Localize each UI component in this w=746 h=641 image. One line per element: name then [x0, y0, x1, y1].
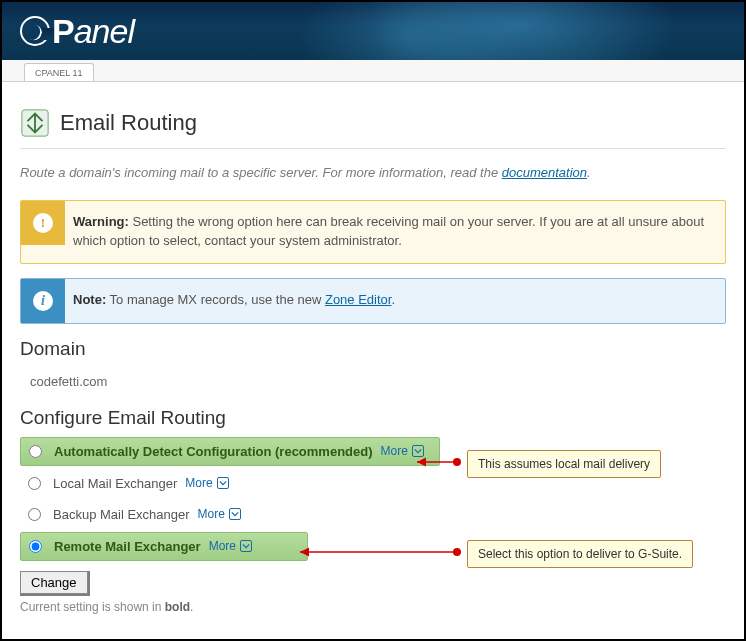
option-auto[interactable]: Automatically Detect Configuration (reco…: [20, 437, 440, 466]
chevron-down-icon: [217, 477, 229, 489]
brand-logo-icon: [20, 16, 50, 46]
chevron-down-icon: [229, 508, 241, 520]
tab-bar: CPANEL 11: [2, 60, 744, 82]
radio-backup[interactable]: [28, 508, 41, 521]
note-message: Note: To manage MX records, use the new …: [65, 279, 725, 322]
callout-remote: Select this option to deliver to G-Suite…: [467, 540, 693, 568]
info-icon: i: [33, 291, 53, 311]
warning-icon-col: !: [21, 201, 65, 245]
intro-suffix: .: [587, 165, 591, 180]
change-button[interactable]: Change: [20, 571, 88, 594]
current-note-prefix: Current setting is shown in: [20, 600, 165, 614]
note-before: To manage MX records, use the new: [106, 292, 325, 307]
radio-local[interactable]: [28, 477, 41, 490]
option-local-label: Local Mail Exchanger: [53, 476, 177, 491]
zone-editor-link[interactable]: Zone Editor: [325, 292, 392, 307]
warning-strong: Warning:: [73, 214, 129, 229]
current-setting-note: Current setting is shown in bold.: [20, 600, 726, 614]
more-link-local[interactable]: More: [185, 476, 228, 490]
domain-value: codefetti.com: [20, 368, 726, 393]
warning-text: Setting the wrong option here can break …: [73, 214, 704, 248]
more-link-remote[interactable]: More: [209, 539, 252, 553]
page-title-row: Email Routing: [20, 108, 726, 138]
chevron-down-icon: [412, 445, 424, 457]
option-backup[interactable]: Backup Mail Exchanger More: [20, 501, 726, 528]
more-link-backup[interactable]: More: [198, 507, 241, 521]
callout-auto: This assumes local mail delivery: [467, 450, 661, 478]
tab-cpanel11[interactable]: CPANEL 11: [24, 63, 94, 81]
more-text-remote: More: [209, 539, 236, 553]
page-title: Email Routing: [60, 110, 197, 136]
brand-text: Panel: [52, 12, 134, 51]
option-remote[interactable]: Remote Mail Exchanger More: [20, 532, 308, 561]
current-note-bold: bold: [165, 600, 190, 614]
app-window: Panel CPANEL 11 Email Routing Route a do…: [0, 0, 746, 641]
more-link-auto[interactable]: More: [381, 444, 424, 458]
main-content: Email Routing Route a domain's incoming …: [2, 82, 744, 614]
documentation-link[interactable]: documentation: [502, 165, 587, 180]
app-header: Panel: [2, 2, 744, 60]
option-auto-label: Automatically Detect Configuration (reco…: [54, 444, 373, 459]
note-icon-col: i: [21, 279, 65, 323]
routing-icon: [20, 108, 50, 138]
domain-heading: Domain: [20, 338, 726, 360]
brand: Panel: [2, 2, 744, 60]
warning-message: Warning: Setting the wrong option here c…: [65, 201, 725, 263]
chevron-down-icon: [240, 540, 252, 552]
current-note-suffix: .: [190, 600, 193, 614]
option-backup-label: Backup Mail Exchanger: [53, 507, 190, 522]
note-alert: i Note: To manage MX records, use the ne…: [20, 278, 726, 324]
option-remote-label: Remote Mail Exchanger: [54, 539, 201, 554]
more-text-local: More: [185, 476, 212, 490]
more-text-auto: More: [381, 444, 408, 458]
radio-remote[interactable]: [29, 540, 42, 553]
divider: [20, 148, 726, 149]
warning-icon: !: [33, 213, 53, 233]
intro-prefix: Route a domain's incoming mail to a spec…: [20, 165, 502, 180]
note-strong: Note:: [73, 292, 106, 307]
note-after: .: [391, 292, 395, 307]
more-text-backup: More: [198, 507, 225, 521]
configure-heading: Configure Email Routing: [20, 407, 726, 429]
warning-alert: ! Warning: Setting the wrong option here…: [20, 200, 726, 264]
radio-auto[interactable]: [29, 445, 42, 458]
intro-text: Route a domain's incoming mail to a spec…: [20, 165, 726, 180]
